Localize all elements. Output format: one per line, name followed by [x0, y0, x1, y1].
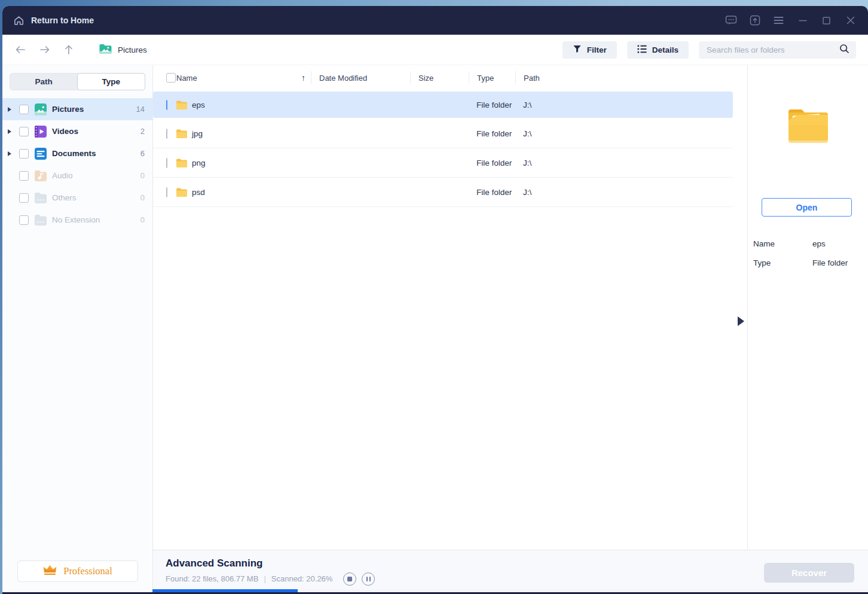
folder-icon: [176, 100, 187, 109]
sidebar-item-videos[interactable]: Videos2: [2, 120, 152, 142]
sidebar-item-checkbox[interactable]: [19, 171, 29, 181]
row-checkbox[interactable]: [166, 187, 167, 197]
expand-caret-icon[interactable]: [8, 129, 16, 134]
feedback-icon[interactable]: [722, 11, 740, 30]
close-icon[interactable]: [841, 11, 860, 30]
sidebar-item-checkbox[interactable]: [19, 149, 29, 159]
sidebar-item-label: Audio: [52, 171, 73, 180]
scan-status: Advanced Scanning Found: 22 files, 806.7…: [153, 550, 868, 592]
filter-button[interactable]: Filter: [563, 41, 617, 59]
file-name: eps: [192, 100, 205, 109]
file-name: jpg: [192, 129, 203, 138]
file-name: psd: [192, 188, 205, 197]
sidebar: Path Type Pictures14Videos2Documents6Aud…: [2, 65, 153, 550]
recover-button[interactable]: Recover: [764, 563, 854, 583]
sidebar-item-label: Documents: [52, 149, 96, 158]
file-list-panel: Name ↑ Date Modified Size Type Path epsF…: [153, 65, 747, 550]
tab-type[interactable]: Type: [77, 73, 146, 90]
toolbar: Pictures Filter: [2, 35, 868, 65]
maximize-icon[interactable]: [817, 11, 836, 30]
list-header: Name ↑ Date Modified Size Type Path: [153, 65, 733, 90]
sidebar-item-label: Pictures: [52, 105, 84, 114]
pause-scan-icon[interactable]: [362, 572, 375, 586]
file-path: J:\: [516, 100, 733, 109]
tab-path[interactable]: Path: [10, 74, 78, 90]
minimize-icon[interactable]: [793, 11, 812, 30]
sidebar-item-checkbox[interactable]: [19, 127, 29, 136]
professional-button[interactable]: Professional: [17, 561, 138, 582]
sidebar-item-checkbox[interactable]: [19, 105, 29, 114]
expand-caret-icon[interactable]: [8, 151, 16, 156]
preview-field-name: Name eps: [753, 239, 864, 248]
sidebar-item-count: 6: [140, 149, 145, 158]
expand-caret-icon: [8, 218, 16, 223]
sidebar-item-documents[interactable]: Documents6: [2, 142, 152, 165]
collapse-preview-icon[interactable]: [738, 316, 744, 326]
row-checkbox[interactable]: [166, 100, 167, 110]
scan-title: Advanced Scanning: [166, 558, 375, 569]
file-row-png[interactable]: pngFile folderJ:\: [153, 148, 733, 178]
return-to-home-button[interactable]: Return to Home: [13, 15, 94, 26]
upgrade-icon[interactable]: [745, 11, 764, 30]
file-path: J:\: [516, 188, 733, 197]
column-header-date-modified[interactable]: Date Modified: [311, 65, 411, 90]
home-icon: [13, 15, 25, 26]
expand-caret-icon[interactable]: [8, 107, 16, 112]
menu-icon[interactable]: [769, 11, 788, 30]
file-rows: epsFile folderJ:\jpgFile folderJ:\pngFil…: [153, 90, 747, 207]
file-name: png: [192, 159, 206, 167]
sidebar-item-count: 2: [140, 127, 145, 136]
filter-icon: [573, 44, 582, 55]
sidebar-item-checkbox[interactable]: [19, 215, 29, 225]
sidebar-item-no-extension[interactable]: No Extension0: [2, 209, 152, 231]
column-header-size[interactable]: Size: [411, 65, 469, 90]
documents-icon: [35, 148, 47, 160]
large-folder-icon: [786, 107, 830, 145]
stop-scan-icon[interactable]: [343, 572, 356, 586]
file-row-eps[interactable]: epsFile folderJ:\: [153, 92, 733, 118]
stats-separator: |: [264, 574, 265, 583]
folder-icon: [176, 188, 187, 197]
professional-label: Professional: [63, 565, 112, 577]
sort-ascending-icon[interactable]: ↑: [301, 73, 305, 83]
view-switcher: Path Type: [10, 73, 145, 90]
sidebar-item-checkbox[interactable]: [19, 193, 29, 203]
crown-icon: [42, 564, 57, 578]
file-type: File folder: [469, 188, 516, 197]
preview-field-type: Type File folder: [753, 258, 864, 267]
scan-progress-fill: [152, 589, 298, 592]
expand-caret-icon: [8, 196, 16, 200]
found-text: Found: 22 files, 806.77 MB: [166, 574, 258, 583]
search-icon[interactable]: [839, 44, 849, 56]
sidebar-item-pictures[interactable]: Pictures14: [2, 98, 152, 120]
file-row-jpg[interactable]: jpgFile folderJ:\: [153, 119, 733, 148]
desktop: Return to Home: [0, 0, 868, 594]
column-header-path[interactable]: Path: [516, 65, 733, 90]
status-bar: Professional Advanced Scanning Found: 22…: [2, 550, 868, 592]
toolbar-right: Filter Details: [563, 41, 856, 59]
open-button[interactable]: Open: [762, 198, 852, 217]
breadcrumb-label: Pictures: [118, 45, 147, 54]
row-checkbox[interactable]: [166, 158, 167, 168]
scan-info: Advanced Scanning Found: 22 files, 806.7…: [166, 558, 375, 586]
select-all-checkbox[interactable]: [166, 73, 176, 83]
scan-stats: Found: 22 files, 806.77 MB | Scanned: 20…: [166, 572, 375, 586]
file-row-psd[interactable]: psdFile folderJ:\: [153, 178, 733, 207]
column-header-type[interactable]: Type: [469, 65, 516, 90]
app-body: Path Type Pictures14Videos2Documents6Aud…: [2, 65, 868, 550]
sidebar-item-audio[interactable]: Audio0: [2, 165, 152, 187]
up-icon[interactable]: [63, 44, 74, 56]
sidebar-item-others[interactable]: Others0: [2, 187, 152, 209]
audio-icon: [35, 170, 47, 182]
details-list-icon: [637, 45, 647, 55]
titlebar-controls: [722, 11, 860, 30]
column-header-name[interactable]: Name ↑: [176, 65, 311, 90]
row-checkbox[interactable]: [166, 129, 167, 139]
file-type: File folder: [469, 100, 516, 109]
navigation-arrows: [14, 44, 74, 56]
breadcrumb[interactable]: Pictures: [99, 44, 147, 56]
search-input[interactable]: [705, 45, 839, 55]
forward-icon[interactable]: [39, 44, 51, 55]
details-button[interactable]: Details: [627, 41, 689, 59]
back-icon[interactable]: [14, 44, 26, 55]
